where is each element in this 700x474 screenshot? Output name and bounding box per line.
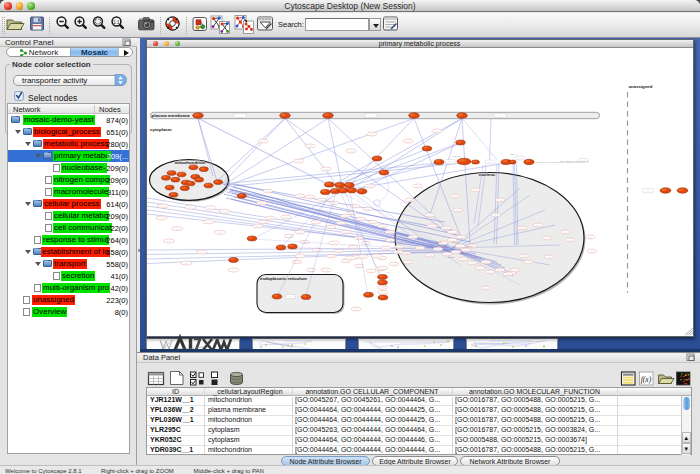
- svg-text:[...]: [...]: [357, 265, 360, 267]
- svg-text:[...]: [...]: [268, 217, 271, 219]
- svg-text:[...]: [...]: [349, 150, 352, 152]
- svg-text:[...]: [...]: [297, 160, 300, 162]
- svg-text:[...]: [...]: [526, 261, 529, 263]
- svg-text:GO:28: GO:28: [452, 241, 459, 243]
- svg-text:[...]: [...]: [518, 157, 522, 159]
- svg-text:[...]: [...]: [231, 269, 234, 271]
- svg-text:[...]: [...]: [344, 231, 347, 233]
- svg-text:[...]: [...]: [339, 222, 342, 224]
- svg-text:[...]: [...]: [315, 249, 318, 251]
- svg-text:[...]: [...]: [396, 251, 399, 253]
- svg-text:[...]: [...]: [288, 295, 292, 297]
- svg-text:[...]: [...]: [436, 248, 439, 250]
- svg-text:[...]: [...]: [324, 269, 327, 271]
- svg-text:[...]: [...]: [456, 209, 459, 211]
- svg-text:[...]: [...]: [392, 263, 395, 265]
- svg-text:[...]: [...]: [196, 185, 200, 187]
- svg-text:[...]: [...]: [381, 291, 384, 293]
- svg-text:[...]: [...]: [484, 261, 487, 263]
- svg-text:[...]: [...]: [453, 195, 456, 197]
- svg-text:[...]: [...]: [444, 227, 447, 229]
- svg-text:[...]: [...]: [308, 196, 311, 198]
- svg-text:[...]: [...]: [238, 114, 242, 116]
- svg-text:[...]: [...]: [563, 231, 566, 233]
- svg-text:[...]: [...]: [406, 261, 409, 263]
- svg-text:[...]: [...]: [298, 195, 301, 197]
- svg-text:[...]: [...]: [430, 225, 433, 227]
- svg-text:[...]: [...]: [256, 225, 259, 227]
- svg-text:unassigned: unassigned: [628, 84, 652, 89]
- svg-text:f(x): f(x): [641, 375, 652, 384]
- svg-text:[...]: [...]: [450, 231, 453, 233]
- svg-text:[...]: [...]: [308, 145, 311, 147]
- svg-text:[...]: [...]: [494, 214, 497, 216]
- svg-text:[...]: [...]: [351, 246, 354, 248]
- svg-text:[...]: [...]: [484, 287, 487, 289]
- svg-text:[...]: [...]: [428, 254, 431, 256]
- svg-text:[...]: [...]: [418, 247, 421, 249]
- svg-text:[...]: [...]: [459, 236, 462, 238]
- svg-text:endoplasmic reticulum: endoplasmic reticulum: [260, 276, 307, 281]
- svg-text:[...]: [...]: [314, 221, 317, 223]
- svg-text:[...]: [...]: [488, 271, 491, 273]
- svg-text:[...]: [...]: [428, 214, 431, 216]
- svg-text:[...]: [...]: [380, 225, 383, 227]
- svg-text:[...]: [...]: [498, 114, 502, 116]
- svg-text:A b: A b: [386, 271, 390, 273]
- svg-text:[...]: [...]: [298, 231, 301, 233]
- svg-text:[...]: [...]: [547, 256, 550, 258]
- svg-text:[...]: [...]: [454, 251, 457, 253]
- svg-text:[...]: [...]: [408, 199, 411, 201]
- svg-text:[...]: [...]: [397, 246, 400, 248]
- svg-text:[...]: [...]: [445, 253, 448, 255]
- svg-text:[...]: [...]: [361, 255, 364, 257]
- svg-text:[...]: [...]: [324, 168, 327, 170]
- svg-text:mitochondrion: mitochondrion: [174, 160, 205, 165]
- svg-text:[...]: [...]: [411, 236, 414, 238]
- svg-text:[...]: [...]: [381, 267, 384, 269]
- svg-text:[...]: [...]: [590, 250, 593, 252]
- svg-text:[...]: [...]: [520, 227, 523, 229]
- svg-text:[...]: [...]: [159, 217, 162, 219]
- svg-text:[...]: [...]: [406, 140, 409, 142]
- svg-text:[...]: [...]: [448, 160, 452, 162]
- svg-text:[...]: [...]: [298, 255, 301, 257]
- svg-text:[...]: [...]: [309, 269, 312, 271]
- svg-text:[...]: [...]: [199, 251, 202, 253]
- svg-text:[...]: [...]: [461, 258, 464, 260]
- svg-text:[...]: [...]: [536, 224, 539, 226]
- svg-text:[...]: [...]: [404, 252, 407, 254]
- svg-text:[...]: [...]: [188, 206, 191, 208]
- svg-text:GO:13: GO:13: [466, 245, 473, 247]
- svg-text:[...]: [...]: [161, 205, 164, 207]
- svg-text:GO:6: GO:6: [473, 256, 479, 258]
- svg-text:[...]: [...]: [369, 270, 372, 272]
- svg-text:[...]: [...]: [261, 140, 264, 142]
- svg-text:[GO...]: [GO...]: [510, 153, 517, 156]
- svg-text:GO:2: GO:2: [436, 241, 442, 243]
- svg-text:[...]: [...]: [337, 250, 340, 252]
- svg-text:[...]: [...]: [388, 239, 391, 241]
- svg-text:[...]: [...]: [375, 255, 378, 257]
- svg-text:[...]: [...]: [343, 215, 346, 217]
- svg-text:[...]: [...]: [329, 226, 332, 228]
- svg-text:[...]: [...]: [266, 190, 269, 192]
- svg-text:GO:51: GO:51: [448, 256, 455, 258]
- svg-text:[...]: [...]: [287, 235, 290, 237]
- svg-text:[...]: [...]: [320, 199, 323, 201]
- svg-text:plasma membrane: plasma membrane: [151, 113, 190, 118]
- svg-text:[...]: [...]: [478, 267, 481, 269]
- svg-text:[...]: [...]: [498, 269, 501, 271]
- svg-text:[...]: [...]: [223, 210, 226, 212]
- svg-text:[...]: [...]: [207, 221, 210, 223]
- svg-text:[...]: [...]: [380, 286, 383, 288]
- svg-text:[...]: [...]: [498, 199, 501, 201]
- svg-text:[...]: [...]: [208, 207, 211, 209]
- svg-text:GO:44: GO:44: [459, 252, 466, 254]
- svg-text:[...]: [...]: [513, 269, 516, 271]
- svg-text:[...]: [...]: [329, 255, 332, 257]
- svg-text:[...]: [...]: [473, 189, 476, 191]
- svg-text:[...]: [...]: [295, 261, 298, 263]
- svg-text:[...]: [...]: [184, 262, 187, 264]
- svg-text:[...]: [...]: [646, 189, 650, 191]
